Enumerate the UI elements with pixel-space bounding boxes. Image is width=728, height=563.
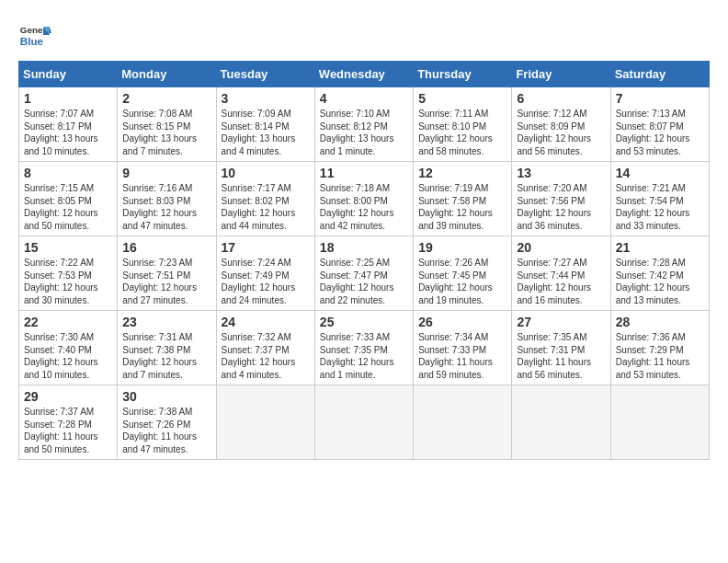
day-number: 5 — [418, 91, 506, 106]
day-number: 22 — [24, 315, 112, 329]
day-info: Sunrise: 7:18 AM Sunset: 8:00 PM Dayligh… — [320, 182, 408, 232]
day-cell: 18Sunrise: 7:25 AM Sunset: 7:47 PM Dayli… — [314, 236, 413, 311]
day-info: Sunrise: 7:09 AM Sunset: 8:14 PM Dayligh… — [222, 108, 310, 157]
day-cell: 13Sunrise: 7:20 AM Sunset: 7:56 PM Dayli… — [512, 162, 610, 236]
day-cell: 3Sunrise: 7:09 AM Sunset: 8:14 PM Daylig… — [216, 87, 314, 162]
day-number: 10 — [222, 166, 310, 180]
day-info: Sunrise: 7:28 AM Sunset: 7:42 PM Dayligh… — [616, 257, 704, 306]
day-number: 9 — [122, 166, 210, 180]
day-number: 17 — [222, 240, 310, 255]
day-cell: 15Sunrise: 7:22 AM Sunset: 7:53 PM Dayli… — [19, 236, 118, 311]
day-cell: 24Sunrise: 7:32 AM Sunset: 7:37 PM Dayli… — [216, 311, 314, 385]
week-row-4: 22Sunrise: 7:30 AM Sunset: 7:40 PM Dayli… — [19, 311, 710, 385]
day-number: 26 — [418, 315, 506, 329]
day-number: 15 — [24, 240, 112, 255]
day-number: 19 — [418, 240, 506, 255]
calendar-header-row: SundayMondayTuesdayWednesdayThursdayFrid… — [19, 62, 710, 87]
day-cell: 30Sunrise: 7:38 AM Sunset: 7:26 PM Dayli… — [118, 385, 216, 460]
day-info: Sunrise: 7:30 AM Sunset: 7:40 PM Dayligh… — [24, 331, 112, 381]
day-cell: 10Sunrise: 7:17 AM Sunset: 8:02 PM Dayli… — [216, 162, 314, 236]
day-number: 20 — [517, 240, 605, 255]
header-cell-thursday: Thursday — [414, 62, 512, 87]
day-number: 21 — [616, 240, 704, 255]
day-number: 13 — [517, 166, 605, 180]
day-cell: 29Sunrise: 7:37 AM Sunset: 7:28 PM Dayli… — [19, 385, 118, 460]
day-info: Sunrise: 7:32 AM Sunset: 7:37 PM Dayligh… — [222, 331, 310, 381]
day-info: Sunrise: 7:38 AM Sunset: 7:26 PM Dayligh… — [122, 406, 210, 455]
day-cell: 21Sunrise: 7:28 AM Sunset: 7:42 PM Dayli… — [610, 236, 709, 311]
day-cell — [610, 385, 709, 460]
calendar-table: SundayMondayTuesdayWednesdayThursdayFrid… — [18, 61, 710, 460]
day-info: Sunrise: 7:37 AM Sunset: 7:28 PM Dayligh… — [24, 406, 112, 455]
day-number: 18 — [320, 240, 408, 255]
day-info: Sunrise: 7:24 AM Sunset: 7:49 PM Dayligh… — [222, 257, 310, 306]
day-number: 12 — [418, 166, 506, 180]
day-info: Sunrise: 7:21 AM Sunset: 7:54 PM Dayligh… — [616, 182, 704, 232]
day-cell — [314, 385, 413, 460]
day-number: 6 — [517, 91, 605, 106]
svg-text:Blue: Blue — [20, 35, 44, 47]
day-info: Sunrise: 7:22 AM Sunset: 7:53 PM Dayligh… — [24, 257, 112, 306]
day-cell: 23Sunrise: 7:31 AM Sunset: 7:38 PM Dayli… — [118, 311, 216, 385]
day-number: 7 — [616, 91, 704, 106]
day-info: Sunrise: 7:13 AM Sunset: 8:07 PM Dayligh… — [616, 108, 704, 157]
day-number: 2 — [122, 91, 210, 106]
day-info: Sunrise: 7:10 AM Sunset: 8:12 PM Dayligh… — [320, 108, 408, 157]
header-cell-sunday: Sunday — [19, 62, 118, 87]
header-cell-saturday: Saturday — [610, 62, 709, 87]
day-info: Sunrise: 7:17 AM Sunset: 8:02 PM Dayligh… — [222, 182, 310, 232]
day-info: Sunrise: 7:25 AM Sunset: 7:47 PM Dayligh… — [320, 257, 408, 306]
day-cell: 16Sunrise: 7:23 AM Sunset: 7:51 PM Dayli… — [118, 236, 216, 311]
day-info: Sunrise: 7:27 AM Sunset: 7:44 PM Dayligh… — [517, 257, 605, 306]
header-cell-tuesday: Tuesday — [216, 62, 314, 87]
day-number: 8 — [24, 166, 112, 180]
day-info: Sunrise: 7:11 AM Sunset: 8:10 PM Dayligh… — [418, 108, 506, 157]
day-info: Sunrise: 7:26 AM Sunset: 7:45 PM Dayligh… — [418, 257, 506, 306]
day-cell — [414, 385, 512, 460]
day-cell: 20Sunrise: 7:27 AM Sunset: 7:44 PM Dayli… — [512, 236, 610, 311]
day-cell: 19Sunrise: 7:26 AM Sunset: 7:45 PM Dayli… — [414, 236, 512, 311]
day-cell: 12Sunrise: 7:19 AM Sunset: 7:58 PM Dayli… — [414, 162, 512, 236]
day-cell: 2Sunrise: 7:08 AM Sunset: 8:15 PM Daylig… — [118, 87, 216, 162]
header-cell-wednesday: Wednesday — [314, 62, 413, 87]
calendar-body: 1Sunrise: 7:07 AM Sunset: 8:17 PM Daylig… — [19, 87, 710, 460]
day-number: 27 — [517, 315, 605, 329]
day-number: 4 — [320, 91, 408, 106]
day-number: 29 — [24, 389, 112, 404]
day-number: 30 — [122, 389, 210, 404]
day-info: Sunrise: 7:35 AM Sunset: 7:31 PM Dayligh… — [517, 331, 605, 381]
header-cell-friday: Friday — [512, 62, 610, 87]
day-cell: 11Sunrise: 7:18 AM Sunset: 8:00 PM Dayli… — [314, 162, 413, 236]
day-cell: 5Sunrise: 7:11 AM Sunset: 8:10 PM Daylig… — [414, 87, 512, 162]
day-info: Sunrise: 7:23 AM Sunset: 7:51 PM Dayligh… — [122, 257, 210, 306]
day-number: 16 — [122, 240, 210, 255]
day-cell: 22Sunrise: 7:30 AM Sunset: 7:40 PM Dayli… — [19, 311, 118, 385]
day-info: Sunrise: 7:12 AM Sunset: 8:09 PM Dayligh… — [517, 108, 605, 157]
day-info: Sunrise: 7:15 AM Sunset: 8:05 PM Dayligh… — [24, 182, 112, 232]
day-number: 11 — [320, 166, 408, 180]
day-cell: 6Sunrise: 7:12 AM Sunset: 8:09 PM Daylig… — [512, 87, 610, 162]
day-info: Sunrise: 7:33 AM Sunset: 7:35 PM Dayligh… — [320, 331, 408, 381]
day-cell: 9Sunrise: 7:16 AM Sunset: 8:03 PM Daylig… — [118, 162, 216, 236]
day-number: 25 — [320, 315, 408, 329]
header-cell-monday: Monday — [118, 62, 216, 87]
day-cell: 17Sunrise: 7:24 AM Sunset: 7:49 PM Dayli… — [216, 236, 314, 311]
day-cell: 26Sunrise: 7:34 AM Sunset: 7:33 PM Dayli… — [414, 311, 512, 385]
day-cell — [216, 385, 314, 460]
day-cell: 28Sunrise: 7:36 AM Sunset: 7:29 PM Dayli… — [610, 311, 709, 385]
week-row-2: 8Sunrise: 7:15 AM Sunset: 8:05 PM Daylig… — [19, 162, 710, 236]
header: General Blue — [18, 18, 710, 52]
day-cell — [512, 385, 610, 460]
day-number: 24 — [222, 315, 310, 329]
logo-icon: General Blue — [18, 18, 51, 52]
day-number: 14 — [616, 166, 704, 180]
day-info: Sunrise: 7:16 AM Sunset: 8:03 PM Dayligh… — [122, 182, 210, 232]
week-row-1: 1Sunrise: 7:07 AM Sunset: 8:17 PM Daylig… — [19, 87, 710, 162]
day-info: Sunrise: 7:19 AM Sunset: 7:58 PM Dayligh… — [418, 182, 506, 232]
day-number: 3 — [222, 91, 310, 106]
day-cell: 27Sunrise: 7:35 AM Sunset: 7:31 PM Dayli… — [512, 311, 610, 385]
day-info: Sunrise: 7:34 AM Sunset: 7:33 PM Dayligh… — [418, 331, 506, 381]
day-cell: 7Sunrise: 7:13 AM Sunset: 8:07 PM Daylig… — [610, 87, 709, 162]
day-cell: 4Sunrise: 7:10 AM Sunset: 8:12 PM Daylig… — [314, 87, 413, 162]
day-cell: 8Sunrise: 7:15 AM Sunset: 8:05 PM Daylig… — [19, 162, 118, 236]
